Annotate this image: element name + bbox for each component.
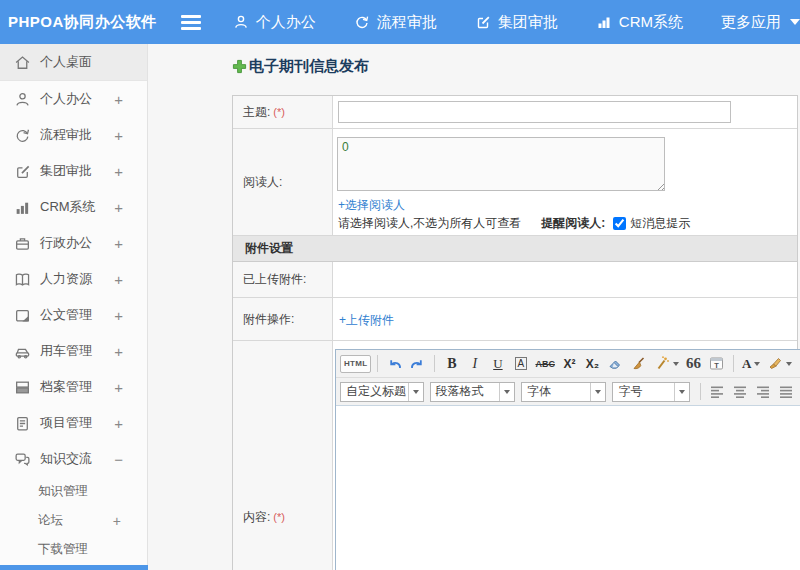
readers-textarea[interactable]: 0: [337, 137, 665, 191]
sidebar-label: 用车管理: [40, 342, 92, 360]
nav-personal-office[interactable]: 个人办公: [233, 13, 316, 32]
sidebar-item-admin-office[interactable]: 行政办公 +: [0, 225, 147, 261]
chevron-down-icon: [408, 383, 423, 401]
expand-plus[interactable]: +: [114, 235, 123, 252]
sms-remind-label: 短消息提示: [630, 215, 690, 232]
char-border-button[interactable]: A: [510, 353, 531, 374]
readers-field-cell: 0 +选择阅读人 请选择阅读人,不选为所有人可查看 提醒阅读人: 短消息提示: [333, 129, 797, 235]
content-label-cell: 内容: (*): [233, 341, 333, 570]
sidebar-item-archive-mgmt[interactable]: 档案管理 +: [0, 369, 147, 405]
sidebar-sublabel: 下载管理: [38, 541, 88, 558]
sidebar-item-vehicle-mgmt[interactable]: 用车管理 +: [0, 333, 147, 369]
select-readers-link[interactable]: +选择阅读人: [338, 197, 405, 214]
format-brush-button[interactable]: [628, 353, 649, 374]
undo-button[interactable]: [384, 353, 405, 374]
subject-input[interactable]: [338, 101, 731, 123]
sidebar-subitem-forum[interactable]: 论坛 +: [0, 506, 147, 535]
expand-plus[interactable]: +: [114, 307, 123, 324]
align-right-button[interactable]: [753, 381, 774, 402]
page-title-row: 电子期刊信息发布: [232, 57, 800, 76]
redo-button[interactable]: [407, 353, 428, 374]
broom-icon: [630, 355, 647, 372]
paragraph-format-dropdown[interactable]: 段落格式: [430, 382, 515, 402]
expand-plus[interactable]: +: [114, 199, 123, 216]
magic-wand-button[interactable]: [651, 353, 681, 374]
nav-crm-system[interactable]: CRM系统: [596, 13, 683, 32]
expand-plus[interactable]: +: [113, 513, 121, 529]
sidebar-item-project-mgmt[interactable]: 项目管理 +: [0, 405, 147, 441]
sidebar-item-document-mgmt[interactable]: 公文管理 +: [0, 297, 147, 333]
chevron-down-icon: [499, 383, 514, 401]
edit-square-icon: [14, 163, 31, 180]
person-icon: [14, 91, 31, 108]
align-left-icon: [709, 383, 726, 400]
uploaded-attachments-field: [333, 262, 797, 297]
required-mark: (*): [273, 511, 285, 523]
custom-title-dropdown[interactable]: 自定义标题: [340, 382, 424, 402]
expand-plus[interactable]: +: [114, 415, 123, 432]
nav-process-approval[interactable]: 流程审批: [354, 13, 437, 32]
attachment-ops-label-cell: 附件操作:: [233, 298, 333, 340]
archive-icon: [14, 379, 31, 396]
expand-plus[interactable]: +: [114, 91, 123, 108]
sidebar-label: 行政办公: [40, 234, 92, 252]
sidebar-item-group-approval[interactable]: 集团审批 +: [0, 153, 147, 189]
person-icon: [233, 14, 249, 30]
nav-group-approval[interactable]: 集团审批: [475, 13, 558, 32]
editor-content-area[interactable]: [336, 406, 800, 570]
italic-button[interactable]: I: [464, 353, 485, 374]
chevron-down-icon: [673, 362, 679, 366]
sms-remind-checkbox[interactable]: [613, 217, 626, 230]
sidebar-item-process-approval[interactable]: 流程审批 +: [0, 117, 147, 153]
sidebar-item-desktop[interactable]: 个人桌面: [0, 44, 147, 81]
align-left-button[interactable]: [707, 381, 728, 402]
readers-hint-line: 请选择阅读人,不选为所有人可查看 提醒阅读人: 短消息提示: [338, 215, 690, 232]
sidebar-item-knowledge-exchange[interactable]: 知识交流 −: [0, 441, 147, 477]
expand-plus[interactable]: +: [114, 379, 123, 396]
align-center-button[interactable]: [730, 381, 751, 402]
expand-plus[interactable]: +: [114, 127, 123, 144]
align-right-icon: [755, 383, 772, 400]
subject-label-cell: 主题: (*): [233, 96, 333, 128]
svg-text:T: T: [714, 361, 719, 370]
highlighter-icon: [766, 355, 783, 372]
sidebar-item-hr[interactable]: 人力资源 +: [0, 261, 147, 297]
highlight-color-button[interactable]: [764, 353, 794, 374]
underline-button[interactable]: U: [487, 353, 508, 374]
nav-more-apps[interactable]: 更多应用: [721, 13, 800, 32]
blockquote-button[interactable]: 66: [683, 353, 704, 374]
collapse-minus[interactable]: −: [114, 451, 123, 468]
nav-label: 个人办公: [256, 13, 316, 32]
superscript-button[interactable]: X²: [559, 353, 580, 374]
font-family-dropdown[interactable]: 字体: [521, 382, 606, 402]
expand-plus[interactable]: +: [114, 163, 123, 180]
subscript-button[interactable]: X₂: [582, 353, 603, 374]
sidebar-item-crm[interactable]: CRM系统 +: [0, 189, 147, 225]
font-color-button[interactable]: A: [740, 353, 762, 374]
sidebar-subitem-download-mgmt[interactable]: 下载管理: [0, 535, 147, 564]
top-navigation: 个人办公 流程审批 集团审批 CRM系统: [233, 13, 800, 32]
undo-icon: [386, 355, 403, 372]
sidebar-scroll-indicator: [0, 565, 148, 570]
align-justify-button[interactable]: [776, 381, 797, 402]
expand-plus[interactable]: +: [114, 343, 123, 360]
upload-attachment-link[interactable]: +上传附件: [339, 312, 394, 329]
date-insert-button[interactable]: T: [706, 353, 727, 374]
main-content: 电子期刊信息发布 主题: (*) 阅读人: 0: [148, 44, 800, 570]
eraser-button[interactable]: [605, 353, 626, 374]
html-source-button[interactable]: HTML: [340, 355, 371, 373]
nav-label: 流程审批: [377, 13, 437, 32]
hamburger-menu-icon[interactable]: [181, 15, 201, 30]
bold-button[interactable]: B: [441, 353, 462, 374]
font-size-dropdown[interactable]: 字号: [612, 382, 690, 402]
home-icon: [14, 54, 31, 71]
redo-icon: [409, 355, 426, 372]
subject-label: 主题:: [243, 104, 270, 121]
expand-plus[interactable]: +: [114, 271, 123, 288]
ordered-list-button[interactable]: 1 2 3: [796, 353, 800, 374]
chevron-down-icon: [674, 383, 689, 401]
sidebar-item-personal-office[interactable]: 个人办公 +: [0, 81, 147, 117]
strikethrough-button[interactable]: ABC: [533, 353, 557, 374]
sidebar-subitem-knowledge-mgmt[interactable]: 知识管理: [0, 477, 147, 506]
chevron-down-icon: [590, 383, 605, 401]
